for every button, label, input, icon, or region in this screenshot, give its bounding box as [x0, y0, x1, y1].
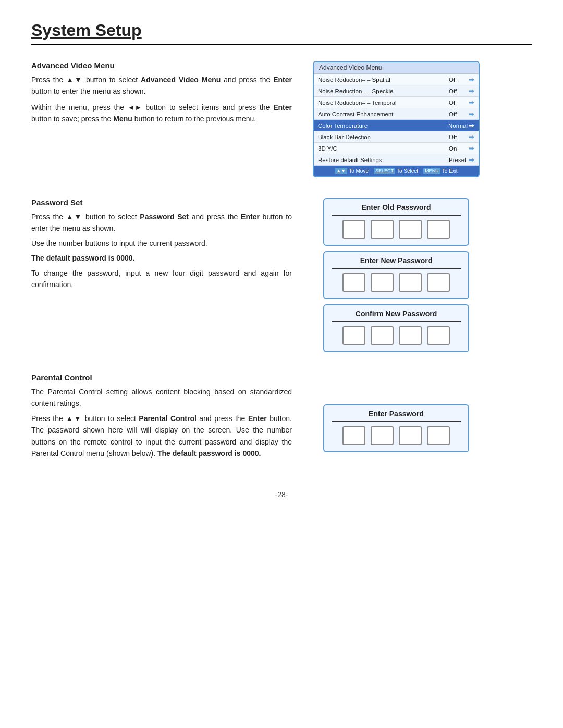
parental-control-para2: Press the ▲▼ button to select Parental C…: [31, 413, 292, 460]
select-icon: SELECT: [374, 168, 395, 174]
row-value: Preset: [447, 157, 468, 163]
enter-new-password-widget: Enter New Password: [323, 251, 469, 299]
table-row: 3D Y/C On ➡: [314, 143, 479, 154]
password-set-text-col: Password Set Press the ▲▼ button to sele…: [31, 198, 292, 352]
password-digit-4: [427, 326, 450, 345]
section-password-set: Password Set Press the ▲▼ button to sele…: [31, 198, 532, 352]
password-digit-4: [427, 220, 450, 239]
parental-control-heading: Parental Control: [31, 373, 292, 382]
row-label: Auto Contrast Enhancement: [318, 111, 447, 117]
up-down-icon2: ▲▼: [66, 213, 82, 221]
row-value: Normal: [446, 122, 468, 129]
table-row: Noise Reduction– – Speckle Off ➡: [314, 85, 479, 97]
row-value: Off: [447, 111, 468, 117]
row-label: Noise Reduction– – Spatial: [318, 77, 447, 83]
row-value: Off: [447, 77, 468, 83]
password-digit-2: [371, 326, 394, 345]
table-row: Restore default Settings Preset ➡: [314, 154, 479, 166]
row-value: On: [447, 145, 468, 152]
arrow-icon: ➡: [469, 121, 474, 129]
password-digit-2: [371, 273, 394, 292]
row-value: Off: [447, 100, 468, 106]
advanced-video-widget-col: Advanced Video Menu Noise Reduction– – S…: [308, 61, 485, 177]
video-menu-widget-header: Advanced Video Menu: [314, 62, 479, 74]
footer-move: ▲▼ To Move: [335, 168, 369, 174]
password-digit-1: [342, 426, 365, 445]
footer-move-label: To Move: [349, 168, 369, 174]
enter-old-password-boxes: [332, 220, 461, 239]
table-row: Color Temperature Normal ➡: [314, 120, 479, 131]
arrow-icon: ➡: [469, 76, 474, 83]
section-parental-control: Parental Control The Parental Control se…: [31, 373, 532, 459]
arrow-icon: ➡: [469, 144, 474, 152]
parental-control-text-col: Parental Control The Parental Control se…: [31, 373, 292, 459]
password-digit-2: [371, 220, 394, 239]
footer-select-label: To Select: [397, 168, 418, 174]
enter-password-title: Enter Password: [332, 410, 461, 422]
password-digit-2: [371, 426, 394, 445]
confirm-new-password-boxes: [332, 326, 461, 345]
footer-exit-label: To Exit: [442, 168, 458, 174]
password-digit-4: [427, 426, 450, 445]
table-row: Black Bar Detection Off ➡: [314, 131, 479, 143]
arrow-icon: ➡: [469, 156, 474, 164]
video-menu-footer: ▲▼ To Move SELECT To Select MENU To Exit: [314, 166, 479, 176]
arrow-icon: ➡: [469, 98, 474, 106]
arrow-icon: ➡: [469, 110, 474, 118]
row-label: Noise Reduction– – Temporal: [318, 100, 447, 106]
parental-control-para1: The Parental Control setting allows cont…: [31, 386, 292, 410]
arrow-icon: ➡: [469, 133, 474, 141]
page-title: System Setup: [31, 21, 532, 45]
table-row: Auto Contrast Enhancement Off ➡: [314, 108, 479, 120]
table-row: Noise Reduction– – Temporal Off ➡: [314, 97, 479, 108]
enter-password-boxes: [332, 426, 461, 445]
up-down-icon3: ▲▼: [66, 414, 82, 423]
password-digit-3: [399, 220, 422, 239]
enter-old-password-title: Enter Old Password: [332, 203, 461, 216]
left-right-icon: ◄►: [128, 103, 142, 112]
advanced-video-heading: Advanced Video Menu: [31, 61, 292, 70]
password-digit-1: [342, 273, 365, 292]
up-down-icon: ▲▼: [66, 76, 83, 84]
password-digit-3: [399, 326, 422, 345]
page-number: -28-: [31, 490, 532, 499]
password-set-widget-col: Enter Old Password Enter New Password: [308, 198, 485, 352]
section-advanced-video: Advanced Video Menu Press the ▲▼ button …: [31, 61, 532, 177]
content-area: Advanced Video Menu Press the ▲▼ button …: [31, 61, 532, 475]
password-set-para4: To change the password, input a new four…: [31, 267, 292, 291]
row-label: Black Bar Detection: [318, 134, 447, 140]
password-set-para3: The default password is 0000.: [31, 252, 292, 264]
confirm-new-password-widget: Confirm New Password: [323, 304, 469, 352]
enter-new-password-title: Enter New Password: [332, 256, 461, 269]
password-digit-3: [399, 426, 422, 445]
password-set-heading: Password Set: [31, 198, 292, 207]
arrow-icon: ➡: [469, 87, 474, 95]
password-digit-1: [342, 220, 365, 239]
enter-password-widget: Enter Password: [323, 404, 469, 452]
advanced-video-para2: Within the menu, press the ◄► button to …: [31, 102, 292, 125]
row-value: Off: [447, 88, 468, 94]
password-digit-1: [342, 326, 365, 345]
enter-new-password-boxes: [332, 273, 461, 292]
table-row: Noise Reduction– – Spatial Off ➡: [314, 74, 479, 85]
row-label: 3D Y/C: [318, 145, 447, 152]
row-label: Noise Reduction– – Speckle: [318, 88, 447, 94]
video-menu-widget: Advanced Video Menu Noise Reduction– – S…: [313, 61, 480, 177]
row-label: Color Temperature: [318, 122, 446, 129]
footer-select: SELECT To Select: [374, 168, 418, 174]
advanced-video-para1: Press the ▲▼ button to select Advanced V…: [31, 74, 292, 97]
row-label: Restore default Settings: [318, 157, 447, 163]
password-set-para2: Use the number buttons to input the curr…: [31, 238, 292, 249]
confirm-new-password-title: Confirm New Password: [332, 310, 461, 322]
password-set-para1: Press the ▲▼ button to select Password S…: [31, 211, 292, 235]
footer-exit: MENU To Exit: [423, 168, 458, 174]
parental-control-widget-col: Enter Password: [308, 373, 485, 459]
row-value: Off: [447, 134, 468, 140]
exit-icon: MENU: [423, 168, 440, 174]
password-digit-3: [399, 273, 422, 292]
enter-old-password-widget: Enter Old Password: [323, 198, 469, 246]
advanced-video-text-col: Advanced Video Menu Press the ▲▼ button …: [31, 61, 292, 177]
move-icon: ▲▼: [335, 168, 347, 174]
password-digit-4: [427, 273, 450, 292]
